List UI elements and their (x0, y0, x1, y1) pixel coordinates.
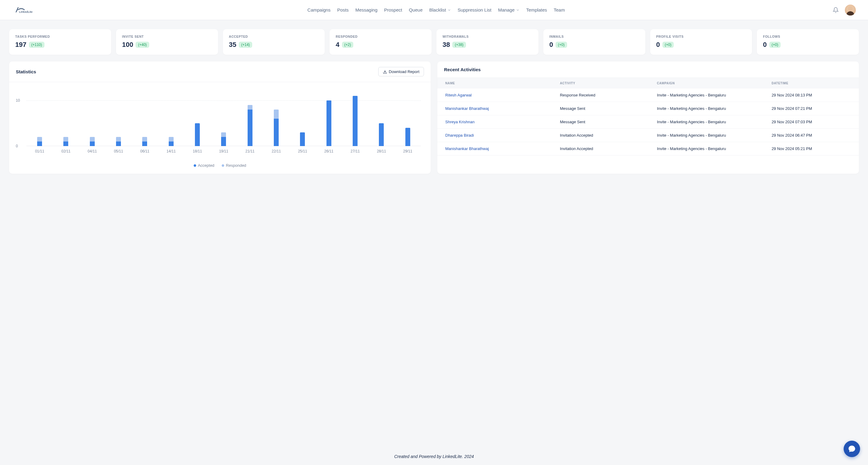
stat-value: 4 (336, 41, 339, 49)
nav-team[interactable]: Team (554, 7, 565, 12)
main-nav: Campaigns Posts Messaging Prospect Queue… (307, 7, 565, 12)
legend-accepted: Accepted (194, 163, 214, 168)
activity-name-link[interactable]: Dhareppa Biradi (445, 133, 560, 138)
activity-campaign: Invite - Marketing Agencies - Bengaluru (657, 106, 771, 111)
panel-title: Statistics (16, 69, 36, 74)
table-row: Manishankar BharathwajMessage SentInvite… (437, 102, 859, 115)
chart-bar (195, 91, 200, 146)
stat-label: FOLLOWS (763, 35, 853, 38)
chart-bar (63, 91, 68, 146)
statistics-panel: Statistics Download Report 0 10 (9, 62, 431, 174)
stat-value: 38 (442, 41, 450, 49)
stat-responded: RESPONDED 4 (+2) (330, 29, 432, 55)
nav-templates[interactable]: Templates (526, 7, 547, 12)
chart-x-tick: 05/11 (112, 149, 125, 154)
svg-text:LinkedLite: LinkedLite (19, 10, 33, 13)
legend-dot-icon (222, 164, 224, 167)
chart-x-tick: 26/11 (322, 149, 335, 154)
chart-x-labels: 01/1102/1104/1105/1106/1114/1118/1119/11… (27, 149, 421, 154)
activity-datetime: 29 Nov 2024 06:47 PM (771, 133, 851, 138)
nav-campaigns[interactable]: Campaigns (307, 7, 331, 12)
chart-bar (405, 91, 410, 146)
activity-name-link[interactable]: Manishankar Bharathwaj (445, 146, 560, 151)
stat-delta: (+14) (239, 42, 252, 48)
activity-campaign: Invite - Marketing Agencies - Bengaluru (657, 146, 771, 151)
avatar[interactable] (845, 5, 856, 15)
stat-profile-visits: PROFILE VISITS 0 (+0) (650, 29, 752, 55)
chart-y-tick: 10 (16, 98, 20, 103)
legend-dot-icon (194, 164, 196, 167)
activity-campaign: Invite - Marketing Agencies - Bengaluru (657, 120, 771, 124)
stat-delta: (+0) (556, 42, 567, 48)
stat-value: 0 (550, 41, 553, 49)
table-row: Ritesh AgarwalResponse ReceivedInvite - … (437, 89, 859, 102)
stat-inmails: INMAILS 0 (+0) (543, 29, 645, 55)
nav-manage-label: Manage (498, 7, 515, 12)
activity-datetime: 29 Nov 2024 07:21 PM (771, 106, 851, 111)
stat-withdrawals: WITHDRAWALS 38 (+38) (436, 29, 538, 55)
chart-x-tick: 27/11 (349, 149, 362, 154)
activity-activity: Invitation Accepted (560, 146, 657, 151)
activity-datetime: 29 Nov 2024 05:21 PM (771, 146, 851, 151)
chart-x-tick: 18/11 (191, 149, 204, 154)
chart-area: 0 10 01/1102/1104/1105/1106/1114/1118/11… (9, 82, 431, 174)
chart-x-tick: 22/11 (270, 149, 283, 154)
chart-x-tick: 04/11 (86, 149, 99, 154)
logo[interactable]: LinkedLite (12, 5, 40, 15)
recent-activities-panel: Recent Activities NAME ACTIVITY CAMPAIGN… (437, 62, 859, 174)
activity-name-link[interactable]: Manishankar Bharathwaj (445, 106, 560, 111)
nav-posts[interactable]: Posts (337, 7, 349, 12)
stat-label: INVITE SENT (122, 35, 212, 38)
chart-bar (353, 91, 358, 146)
chart-x-tick: 21/11 (244, 149, 256, 154)
chart-x-tick: 06/11 (138, 149, 151, 154)
nav-prospect[interactable]: Prospect (384, 7, 402, 12)
stat-value: 197 (15, 41, 27, 49)
nav-suppression-list[interactable]: Suppression List (458, 7, 492, 12)
stat-tasks-performed: TASKS PERFORMED 197 (+110) (9, 29, 111, 55)
download-icon (383, 70, 387, 74)
stat-value: 100 (122, 41, 133, 49)
stat-label: TASKS PERFORMED (15, 35, 105, 38)
activity-datetime: 29 Nov 2024 08:13 PM (771, 93, 851, 97)
stat-delta: (+38) (452, 42, 466, 48)
activity-campaign: Invite - Marketing Agencies - Bengaluru (657, 93, 771, 97)
stat-cards: TASKS PERFORMED 197 (+110) INVITE SENT 1… (9, 29, 859, 55)
stat-value: 0 (763, 41, 767, 49)
stat-accepted: ACCEPTED 35 (+14) (223, 29, 325, 55)
table-row: Shreya KrishnanMessage SentInvite - Mark… (437, 115, 859, 129)
col-datetime: DATETIME (771, 81, 851, 85)
main-content: TASKS PERFORMED 197 (+110) INVITE SENT 1… (0, 20, 868, 192)
activity-campaign: Invite - Marketing Agencies - Bengaluru (657, 133, 771, 138)
chart-legend: Accepted Responded (16, 163, 424, 168)
chart-x-tick: 28/11 (375, 149, 388, 154)
chart-bar (221, 91, 226, 146)
nav-blacklist-label: Blacklist (429, 7, 446, 12)
stat-label: ACCEPTED (229, 35, 319, 38)
stat-invite-sent: INVITE SENT 100 (+40) (116, 29, 218, 55)
chart-bar (300, 91, 305, 146)
stat-delta: (+0) (662, 42, 674, 48)
nav-manage[interactable]: Manage (498, 7, 519, 12)
chart-y-tick: 0 (16, 144, 18, 148)
download-report-button[interactable]: Download Report (378, 67, 424, 76)
panel-title: Recent Activities (444, 67, 480, 72)
activity-name-link[interactable]: Shreya Krishnan (445, 120, 560, 124)
nav-blacklist[interactable]: Blacklist (429, 7, 451, 12)
bell-icon[interactable] (833, 7, 839, 13)
chart-x-tick: 14/11 (165, 149, 178, 154)
chart-bar (248, 91, 252, 146)
chart-bar (90, 91, 95, 146)
legend-label: Responded (226, 163, 246, 168)
nav-queue[interactable]: Queue (409, 7, 423, 12)
activity-datetime: 29 Nov 2024 07:03 PM (771, 120, 851, 124)
activity-activity: Message Sent (560, 106, 657, 111)
activity-activity: Response Received (560, 93, 657, 97)
nav-messaging[interactable]: Messaging (355, 7, 378, 12)
activity-name-link[interactable]: Ritesh Agarwal (445, 93, 560, 97)
legend-responded: Responded (222, 163, 246, 168)
chart-x-tick: 29/11 (401, 149, 414, 154)
col-name: NAME (445, 81, 560, 85)
stat-delta: (+2) (342, 42, 353, 48)
stat-label: INMAILS (550, 35, 639, 38)
